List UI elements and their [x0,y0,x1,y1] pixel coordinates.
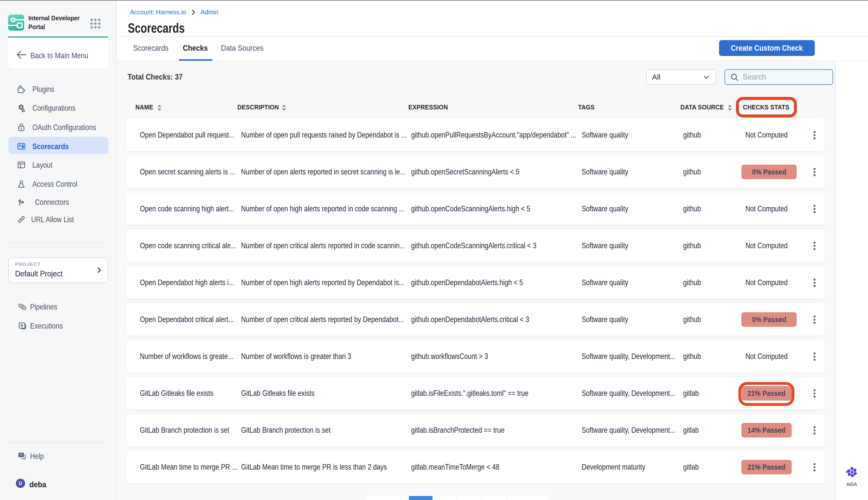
svg-text:?: ? [20,453,22,457]
